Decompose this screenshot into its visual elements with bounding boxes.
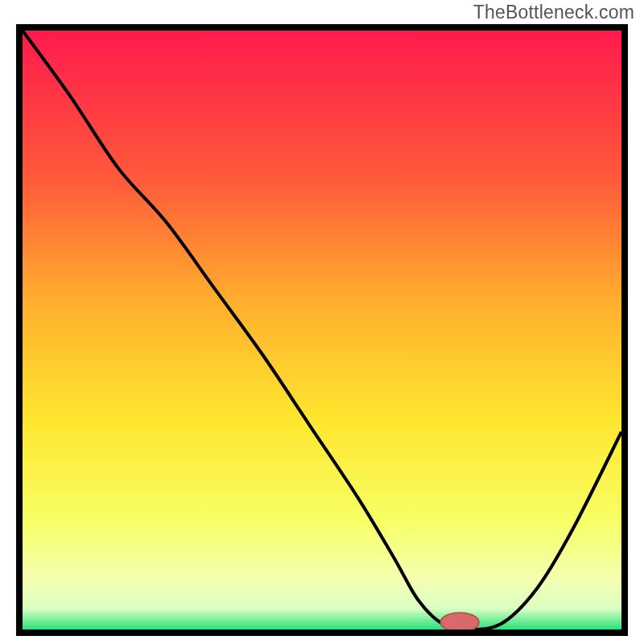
optimum-marker-icon xyxy=(440,613,479,630)
watermark-text: TheBottleneck.com xyxy=(473,2,634,23)
bottleneck-curve xyxy=(23,31,621,630)
chart-frame xyxy=(16,24,628,636)
chart-wrapper: TheBottleneck.com xyxy=(0,0,644,644)
curve-path xyxy=(23,31,621,630)
